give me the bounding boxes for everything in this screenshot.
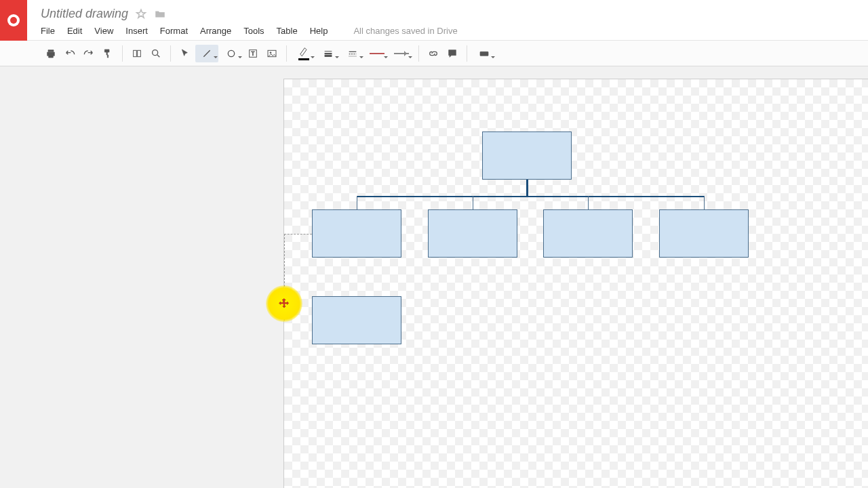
redo-button[interactable] bbox=[80, 45, 98, 62]
line-start-button[interactable] bbox=[366, 45, 389, 62]
shape-child-2[interactable] bbox=[428, 209, 517, 258]
print-button[interactable] bbox=[42, 45, 60, 62]
menu-insert[interactable]: Insert bbox=[125, 26, 148, 36]
connector-trunk[interactable] bbox=[526, 180, 528, 196]
connector-drop-3[interactable] bbox=[588, 196, 589, 209]
insert-comment-button[interactable] bbox=[443, 45, 461, 62]
document-title[interactable]: Untitled drawing bbox=[41, 7, 128, 21]
menu-arrange[interactable]: Arrange bbox=[200, 26, 231, 36]
folder-icon[interactable] bbox=[154, 8, 166, 20]
shape-loose[interactable] bbox=[312, 296, 401, 344]
connector-drop-4[interactable] bbox=[704, 196, 705, 209]
app-logo[interactable] bbox=[0, 0, 27, 41]
svg-rect-0 bbox=[134, 50, 137, 56]
menu-table[interactable]: Table bbox=[277, 26, 298, 36]
drawings-icon bbox=[7, 14, 20, 26]
connector-bus[interactable] bbox=[357, 196, 705, 197]
menu-file[interactable]: File bbox=[41, 26, 55, 36]
menu-view[interactable]: View bbox=[94, 26, 113, 36]
menu-edit[interactable]: Edit bbox=[67, 26, 82, 36]
svg-rect-1 bbox=[138, 50, 141, 56]
workspace[interactable] bbox=[0, 66, 868, 488]
shape-child-1[interactable] bbox=[312, 209, 401, 258]
line-tool[interactable] bbox=[195, 45, 218, 62]
shape-child-3[interactable] bbox=[543, 209, 633, 258]
shape-child-4[interactable] bbox=[659, 209, 749, 258]
connector-drop-1[interactable] bbox=[357, 196, 357, 209]
select-tool[interactable] bbox=[176, 45, 194, 62]
zoom-button[interactable] bbox=[147, 45, 165, 62]
line-dash-button[interactable] bbox=[341, 45, 364, 62]
svg-rect-8 bbox=[480, 52, 488, 56]
image-tool[interactable] bbox=[263, 45, 281, 62]
insert-link-button[interactable] bbox=[425, 45, 442, 62]
svg-point-7 bbox=[270, 52, 271, 53]
move-cursor-icon bbox=[278, 298, 290, 310]
menu-bar: File Edit View Insert Format Arrange Too… bbox=[41, 26, 458, 36]
shape-tool[interactable] bbox=[220, 45, 243, 62]
fit-button[interactable] bbox=[128, 45, 146, 62]
star-icon[interactable] bbox=[135, 8, 147, 20]
line-end-button[interactable] bbox=[390, 45, 413, 62]
textbox-tool[interactable]: T bbox=[244, 45, 262, 62]
svg-point-3 bbox=[228, 50, 234, 56]
input-tools-button[interactable] bbox=[473, 45, 496, 62]
app-header: Untitled drawing File Edit View Insert F… bbox=[0, 0, 868, 41]
cursor-highlight bbox=[266, 285, 302, 322]
undo-button[interactable] bbox=[61, 45, 79, 62]
canvas[interactable] bbox=[283, 79, 868, 488]
menu-tools[interactable]: Tools bbox=[243, 26, 264, 36]
line-color-button[interactable] bbox=[292, 45, 315, 62]
toolbar: T bbox=[0, 41, 868, 66]
line-weight-button[interactable] bbox=[317, 45, 340, 62]
svg-text:T: T bbox=[251, 50, 255, 57]
shape-top[interactable] bbox=[482, 131, 572, 180]
paint-format-button[interactable] bbox=[99, 45, 117, 62]
menu-format[interactable]: Format bbox=[160, 26, 188, 36]
menu-help[interactable]: Help bbox=[310, 26, 328, 36]
save-status: All changes saved in Drive bbox=[353, 26, 457, 36]
svg-point-2 bbox=[153, 49, 158, 55]
connector-drop-2[interactable] bbox=[473, 196, 473, 209]
